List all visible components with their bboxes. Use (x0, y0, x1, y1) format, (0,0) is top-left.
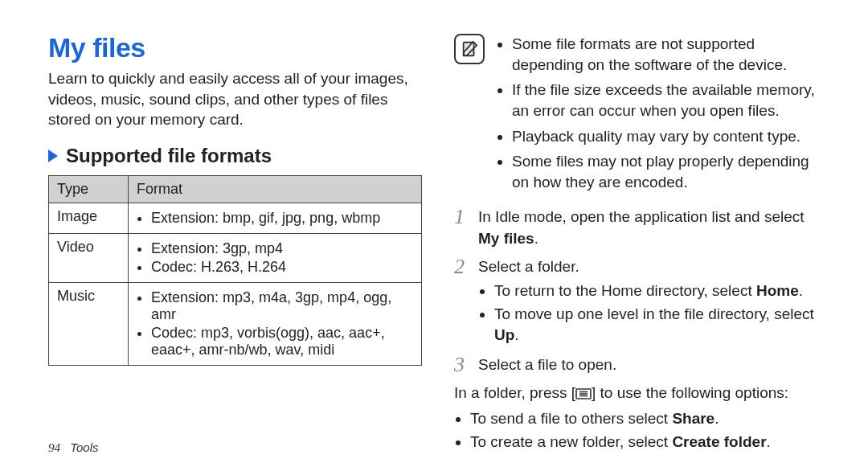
note-list: Some file formats are not supported depe… (496, 32, 828, 197)
opt-bold: Share (672, 410, 714, 427)
menu-key-icon (575, 384, 592, 406)
step-text: In Idle mode, open the application list … (478, 208, 805, 225)
opt-bold: Create folder (672, 433, 766, 450)
opt-pre: To create a new folder, select (470, 433, 672, 450)
cell-format: Extension: bmp, gif, jpg, png, wbmp (129, 203, 422, 233)
sub-post: . (514, 326, 518, 343)
col-type-header: Type (49, 175, 129, 203)
cell-type: Video (49, 233, 129, 282)
table-row: Image Extension: bmp, gif, jpg, png, wbm… (49, 203, 422, 233)
section-heading-row: Supported file formats (48, 145, 422, 167)
page-number: 94 (48, 441, 60, 454)
opt-pre: To send a file to others select (470, 410, 672, 427)
table-header-row: Type Format (49, 175, 422, 203)
step: 3 Select a file to open. (454, 354, 828, 376)
intro-paragraph: Learn to quickly and easily access all o… (48, 68, 422, 130)
sub-bold: Up (494, 326, 514, 343)
format-item: Extension: bmp, gif, jpg, png, wbmp (151, 210, 413, 227)
cell-type: Music (49, 282, 129, 365)
note-item: If the file size exceeds the available m… (512, 80, 828, 121)
format-item: Extension: 3gp, mp4 (151, 240, 413, 257)
format-item: Extension: mp3, m4a, 3gp, mp4, ogg, amr (151, 289, 413, 323)
format-item: Codec: mp3, vorbis(ogg), aac, aac+, eaac… (151, 325, 413, 358)
after-intro-post: ] to use the following options: (592, 384, 788, 401)
sub-pre: To return to the Home directory, select (494, 282, 756, 299)
page-footer: 94 Tools (48, 440, 98, 455)
note-item: Some files may not play properly dependi… (512, 151, 828, 192)
formats-table: Type Format Image Extension: bmp, gif, j… (48, 175, 422, 366)
opt-post: . (767, 433, 771, 450)
col-format-header: Format (129, 175, 422, 203)
sub-post: . (799, 282, 803, 299)
note-icon (454, 34, 485, 64)
right-column: Some file formats are not supported depe… (446, 32, 828, 447)
after-steps-block: In a folder, press [] to use the followi… (454, 383, 828, 453)
format-item: Codec: H.263, H.264 (151, 259, 413, 276)
note-item: Some file formats are not supported depe… (512, 34, 828, 75)
table-row: Video Extension: 3gp, mp4 Codec: H.263, … (49, 233, 422, 282)
step: 2 Select a folder. To return to the Home… (454, 256, 828, 348)
option-item: To create a new folder, select Create fo… (470, 432, 828, 453)
opt-post: . (714, 410, 719, 427)
chevron-right-icon (48, 149, 58, 162)
left-column: My files Learn to quickly and easily acc… (48, 32, 446, 447)
step-text-post: . (534, 230, 538, 247)
table-row: Music Extension: mp3, m4a, 3gp, mp4, ogg… (49, 282, 422, 365)
section-name: Tools (70, 440, 98, 454)
step-body: Select a folder. To return to the Home d… (478, 256, 828, 348)
after-intro-pre: In a folder, press [ (454, 384, 575, 401)
step-number: 2 (454, 256, 478, 348)
step-bold: My files (478, 230, 534, 247)
cell-type: Image (49, 203, 129, 233)
option-item: To send a file to others select Share. (470, 408, 828, 430)
cell-format: Extension: mp3, m4a, 3gp, mp4, ogg, amr … (129, 282, 422, 365)
steps-block: 1 In Idle mode, open the application lis… (454, 207, 828, 375)
step-body: Select a file to open. (478, 354, 828, 376)
step-number: 3 (454, 354, 478, 376)
step-body: In Idle mode, open the application list … (478, 207, 828, 249)
sub-pre: To move up one level in the file directo… (494, 305, 814, 322)
note-item: Playback quality may vary by content typ… (512, 126, 828, 147)
cell-format: Extension: 3gp, mp4 Codec: H.263, H.264 (129, 233, 422, 282)
sub-bold: Home (756, 282, 799, 299)
step-text: Select a folder. (478, 258, 579, 275)
note-block: Some file formats are not supported depe… (454, 32, 828, 197)
step: 1 In Idle mode, open the application lis… (454, 207, 828, 249)
step-text: Select a file to open. (478, 356, 616, 373)
manual-page: My files Learn to quickly and easily acc… (0, 0, 868, 471)
step-sub-item: To move up one level in the file directo… (494, 304, 828, 346)
section-heading: Supported file formats (66, 145, 272, 167)
step-sub-item: To return to the Home directory, select … (494, 281, 828, 302)
step-number: 1 (454, 207, 478, 249)
page-title: My files (48, 32, 422, 63)
